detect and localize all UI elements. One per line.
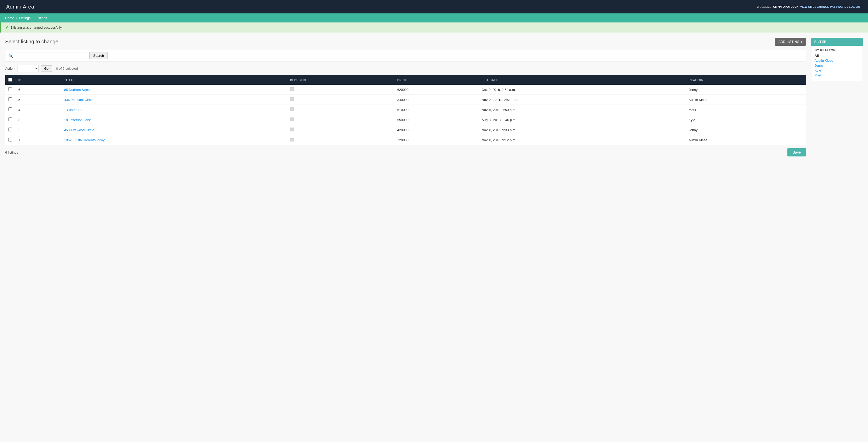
row-checkbox[interactable]	[8, 128, 12, 131]
row-checkbox[interactable]	[8, 87, 12, 91]
breadcrumb: Home › Listings › Listings	[0, 13, 868, 23]
row-title[interactable]: 1 Clinton St.	[61, 105, 287, 115]
row-id: 5	[15, 95, 61, 105]
row-list-date: Nov. 21, 2018, 2:51 a.m.	[478, 95, 685, 105]
row-realtor: Jenny	[686, 85, 806, 95]
page-title: Select listing to change	[5, 39, 58, 45]
listings-table: ID TITLE IS PUBLIC PRICE LIST DATE REALT…	[5, 75, 806, 145]
row-price: 340000	[394, 95, 478, 105]
row-checkbox-col[interactable]	[5, 105, 15, 115]
breadcrumb-home[interactable]: Home	[5, 16, 14, 20]
row-title[interactable]: 10525 Vista Sorrento Pkwy	[61, 135, 287, 145]
breadcrumb-sep2: ›	[33, 16, 34, 20]
row-realtor: Kyle	[686, 115, 806, 125]
search-bar: 🔍 Search	[5, 50, 806, 62]
row-title[interactable]: 436 Pleasant Circle	[61, 95, 287, 105]
go-button[interactable]: Go	[41, 65, 52, 72]
filter-option[interactable]: Jenny	[814, 64, 860, 67]
table-row: 1 10525 Vista Sorrento Pkwy 120000 Nov. …	[5, 135, 806, 145]
change-password-link[interactable]: CHANGE PASSWORD	[817, 5, 846, 8]
filter-link[interactable]: Mark	[814, 73, 822, 77]
row-id: 2	[15, 125, 61, 135]
table-body: 6 85 Durham Street 620000 Oct. 9, 2018, …	[5, 85, 806, 145]
breadcrumb-listings-parent[interactable]: Listings	[19, 16, 30, 20]
filter-option[interactable]: Austin Kiese	[814, 59, 860, 63]
select-all-col[interactable]	[5, 75, 15, 85]
col-is-public[interactable]: IS PUBLIC	[287, 75, 394, 85]
filter-header: FILTER	[811, 38, 863, 46]
listings-count: 6 listings	[5, 150, 18, 155]
view-site-link[interactable]: VIEW SITE	[800, 5, 814, 8]
listing-link[interactable]: 1 Clinton St.	[64, 108, 83, 112]
col-id[interactable]: ID	[15, 75, 61, 85]
success-icon: ✔	[5, 25, 8, 30]
row-is-public	[287, 115, 394, 125]
row-list-date: Nov. 5, 2018, 1:50 a.m.	[478, 105, 685, 115]
row-title[interactable]: 18 Jefferson Lane	[61, 115, 287, 125]
row-title[interactable]: 45 Drivewood Circle	[61, 125, 287, 135]
action-select[interactable]: ----------	[18, 65, 39, 72]
row-checkbox[interactable]	[8, 138, 12, 141]
is-public-checkbox	[290, 107, 294, 111]
filter-section-title: By realtor	[814, 48, 860, 52]
row-id: 1	[15, 135, 61, 145]
table-row: 2 45 Drivewood Circle 420000 Nov. 8, 201…	[5, 125, 806, 135]
row-is-public	[287, 125, 394, 135]
row-title[interactable]: 85 Durham Street	[61, 85, 287, 95]
save-button[interactable]: Save	[787, 148, 806, 157]
filter-option[interactable]: All	[814, 54, 860, 58]
col-price[interactable]: PRICE	[394, 75, 478, 85]
select-all-checkbox[interactable]	[8, 78, 12, 81]
row-price: 510000	[394, 105, 478, 115]
row-checkbox-col[interactable]	[5, 95, 15, 105]
row-list-date: Nov. 8, 2018, 9:33 p.m.	[478, 125, 685, 135]
row-checkbox-col[interactable]	[5, 135, 15, 145]
row-price: 550000	[394, 115, 478, 125]
page-header-row: Select listing to change ADD LISTING +	[5, 38, 806, 46]
col-list-date[interactable]: LIST DATE	[478, 75, 685, 85]
table-row: 3 18 Jefferson Lane 550000 Aug. 7, 2018,…	[5, 115, 806, 125]
is-public-checkbox	[290, 97, 294, 101]
row-price: 120000	[394, 135, 478, 145]
row-is-public	[287, 85, 394, 95]
table-row: 6 85 Durham Street 620000 Oct. 9, 2018, …	[5, 85, 806, 95]
row-checkbox[interactable]	[8, 117, 12, 121]
log-out-link[interactable]: LOG OUT	[849, 5, 862, 8]
row-checkbox[interactable]	[8, 107, 12, 111]
search-input[interactable]	[15, 52, 87, 59]
admin-area-title: Admin Area	[6, 4, 34, 10]
filter-link[interactable]: Jenny	[814, 64, 824, 67]
row-id: 4	[15, 105, 61, 115]
table-header: ID TITLE IS PUBLIC PRICE LIST DATE REALT…	[5, 75, 806, 85]
search-button[interactable]: Search	[89, 52, 108, 59]
row-realtor: Austin Kiese	[686, 135, 806, 145]
table-footer: 6 listings Save	[5, 148, 806, 157]
filter-option[interactable]: Mark	[814, 73, 860, 77]
row-checkbox[interactable]	[8, 97, 12, 101]
filter-option[interactable]: Kyle	[814, 68, 860, 72]
add-listing-button[interactable]: ADD LISTING +	[775, 38, 806, 46]
success-message-bar: ✔ 1 listing was changed successfully.	[0, 23, 868, 33]
col-realtor[interactable]: REALTOR	[686, 75, 806, 85]
row-checkbox-col[interactable]	[5, 85, 15, 95]
row-list-date: Oct. 9, 2018, 2:54 a.m.	[478, 85, 685, 95]
filter-link[interactable]: Austin Kiese	[814, 59, 833, 63]
col-title[interactable]: TITLE	[61, 75, 287, 85]
is-public-checkbox	[290, 138, 294, 141]
listing-link[interactable]: 85 Durham Street	[64, 88, 91, 92]
is-public-checkbox	[290, 117, 294, 121]
row-checkbox-col[interactable]	[5, 125, 15, 135]
listing-link[interactable]: 45 Drivewood Circle	[64, 128, 94, 132]
filter-link[interactable]: Kyle	[814, 68, 821, 72]
listing-link[interactable]: 18 Jefferson Lane	[64, 118, 91, 122]
listing-link[interactable]: 436 Pleasant Circle	[64, 98, 93, 102]
row-id: 3	[15, 115, 61, 125]
row-checkbox-col[interactable]	[5, 115, 15, 125]
row-realtor: Austin Kiese	[686, 95, 806, 105]
filter-link[interactable]: All	[814, 54, 819, 58]
is-public-checkbox	[290, 87, 294, 91]
username-link[interactable]: CRYPTOPOTLUCK	[773, 5, 799, 8]
breadcrumb-sep1: ›	[16, 16, 17, 20]
row-is-public	[287, 105, 394, 115]
listing-link[interactable]: 10525 Vista Sorrento Pkwy	[64, 138, 104, 142]
